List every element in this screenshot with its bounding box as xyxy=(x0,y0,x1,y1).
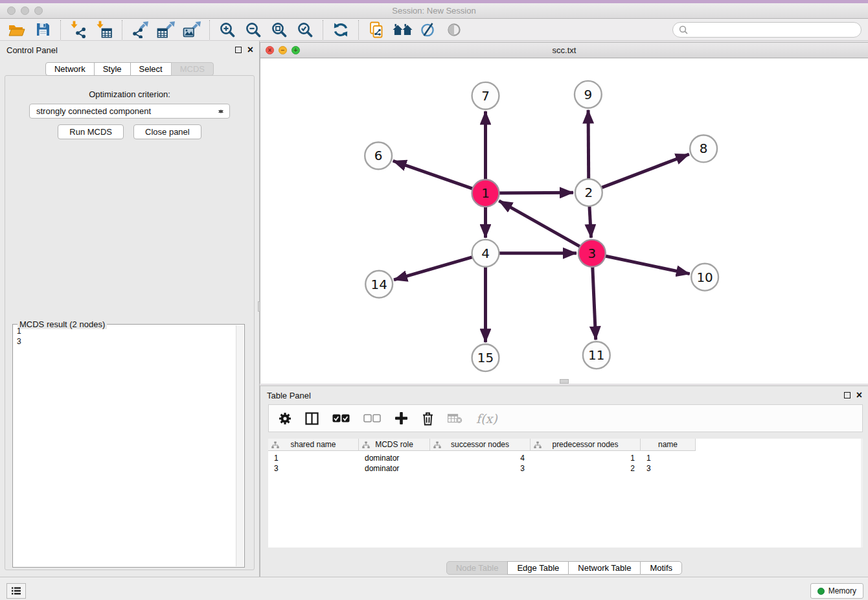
duplicate-network-icon xyxy=(369,21,384,38)
window-controls[interactable] xyxy=(7,6,43,15)
deselect-all-button[interactable] xyxy=(363,414,381,422)
network-window: × − + scc.txt 7968124314101511 xyxy=(260,42,868,384)
add-row-button[interactable] xyxy=(394,411,408,425)
import-network-button[interactable] xyxy=(65,19,91,40)
table-row[interactable]: 1dominator411 xyxy=(268,453,863,463)
close-network-icon[interactable]: × xyxy=(266,46,274,54)
control-panel-title: Control Panel xyxy=(6,45,58,55)
tab-network-table[interactable]: Network Table xyxy=(568,561,641,575)
result-scrollbar[interactable] xyxy=(236,325,244,566)
tab-network[interactable]: Network xyxy=(45,62,95,76)
node-label-7: 7 xyxy=(481,89,490,104)
node-label-3: 3 xyxy=(588,246,596,261)
edge-1-6[interactable] xyxy=(393,161,486,193)
zoom-in-button[interactable] xyxy=(214,19,240,40)
zoom-selected-button[interactable] xyxy=(292,19,318,40)
list-icon xyxy=(11,586,21,595)
tab-mcds[interactable]: MCDS xyxy=(171,62,214,76)
column-layout-button[interactable] xyxy=(305,412,319,425)
gear-icon xyxy=(279,412,291,425)
visual-style-button[interactable] xyxy=(415,19,441,40)
tab-node-table[interactable]: Node Table xyxy=(446,561,508,575)
zoom-network-icon[interactable]: + xyxy=(291,46,300,54)
delete-row-button[interactable] xyxy=(422,411,434,426)
column-header-name[interactable]: name xyxy=(641,439,696,451)
duplicate-network-button[interactable] xyxy=(363,19,389,40)
task-history-button[interactable] xyxy=(6,583,26,599)
main-area: Control Panel × NetworkStyleSelectMCDS O… xyxy=(0,41,868,577)
search-input[interactable] xyxy=(691,25,855,35)
network-graph[interactable]: 7968124314101511 xyxy=(260,59,868,384)
column-header-mcds-role[interactable]: MCDS role xyxy=(359,439,430,451)
zoom-window-icon[interactable] xyxy=(34,6,43,15)
canvas-splitter-grip[interactable] xyxy=(560,379,569,384)
tab-style[interactable]: Style xyxy=(94,62,131,76)
float-panel-icon[interactable] xyxy=(235,47,242,53)
close-panel-button[interactable]: Close panel xyxy=(133,124,201,139)
delete-table-button[interactable] xyxy=(448,413,463,424)
edge-3-1[interactable] xyxy=(499,201,592,253)
table-cell: 4 xyxy=(430,453,531,463)
mcds-result-text: 1 3 xyxy=(17,326,234,566)
tab-select[interactable]: Select xyxy=(130,62,172,76)
main-titlebar: Session: New Session xyxy=(0,3,868,19)
home-button[interactable] xyxy=(389,19,415,40)
import-table-button[interactable] xyxy=(91,19,117,40)
minimize-window-icon[interactable] xyxy=(21,6,29,15)
criterion-select[interactable]: strongly connected component xyxy=(29,104,230,119)
open-session-button[interactable] xyxy=(4,19,30,40)
table-cell: 2 xyxy=(531,463,641,474)
refresh-layout-button[interactable] xyxy=(328,19,354,40)
zoom-in-icon xyxy=(220,22,235,38)
table-panel: Table Panel × xyxy=(260,386,868,577)
node-label-9: 9 xyxy=(584,87,593,102)
close-panel-icon[interactable]: × xyxy=(247,46,253,53)
table-row[interactable]: 3dominator323 xyxy=(268,463,863,474)
show-hide-button[interactable] xyxy=(441,19,467,40)
table-scrollbar[interactable] xyxy=(861,439,863,548)
network-window-controls[interactable]: × − + xyxy=(266,46,300,54)
close-window-icon[interactable] xyxy=(7,6,16,15)
export-network-button[interactable] xyxy=(127,19,153,40)
open-folder-icon xyxy=(8,23,25,37)
network-canvas[interactable]: 7968124314101511 xyxy=(260,59,868,384)
search-icon xyxy=(679,25,688,34)
edge-2-8[interactable] xyxy=(589,154,689,192)
run-mcds-button[interactable]: Run MCDS xyxy=(58,124,124,139)
save-floppy-icon xyxy=(36,22,51,37)
table-cell: dominator xyxy=(359,463,430,474)
window-title: Session: New Session xyxy=(0,3,868,18)
column-header-shared-name[interactable]: shared name xyxy=(268,439,359,451)
edge-3-10[interactable] xyxy=(592,253,690,274)
search-box[interactable] xyxy=(672,22,862,38)
save-session-button[interactable] xyxy=(30,19,56,40)
table-settings-button[interactable] xyxy=(279,412,291,425)
zoom-fit-button[interactable] xyxy=(266,19,292,40)
node-label-2: 2 xyxy=(585,185,593,200)
toolbar-separator xyxy=(323,20,323,40)
node-table: shared nameMCDS rolesuccessor nodesprede… xyxy=(268,439,863,548)
visual-style-icon xyxy=(420,21,436,38)
node-label-6: 6 xyxy=(374,148,383,163)
tab-motifs[interactable]: Motifs xyxy=(640,561,682,575)
mcds-result-group: MCDS result (2 nodes) 1 3 xyxy=(12,324,245,568)
function-builder-button[interactable]: f(x) xyxy=(476,411,497,426)
select-all-button[interactable] xyxy=(332,414,350,422)
minimize-network-icon[interactable]: − xyxy=(279,46,287,54)
node-label-10: 10 xyxy=(696,270,713,285)
export-table-button[interactable] xyxy=(153,19,179,40)
column-header-successor-nodes[interactable]: successor nodes xyxy=(430,439,531,451)
close-table-panel-icon[interactable]: × xyxy=(856,391,862,398)
zoom-out-icon xyxy=(246,22,261,38)
export-image-button[interactable] xyxy=(179,19,205,40)
control-panel-tabs: NetworkStyleSelectMCDS xyxy=(0,62,259,76)
function-icon: f(x) xyxy=(476,411,497,426)
float-table-panel-icon[interactable] xyxy=(844,392,851,398)
toolbar-separator xyxy=(122,20,122,40)
zoom-out-button[interactable] xyxy=(240,19,266,40)
column-header-predecessor-nodes[interactable]: predecessor nodes xyxy=(531,439,641,451)
tab-edge-table[interactable]: Edge Table xyxy=(507,561,569,575)
memory-button[interactable]: Memory xyxy=(810,583,863,599)
zoom-selected-icon xyxy=(297,22,313,38)
memory-label: Memory xyxy=(828,586,856,595)
